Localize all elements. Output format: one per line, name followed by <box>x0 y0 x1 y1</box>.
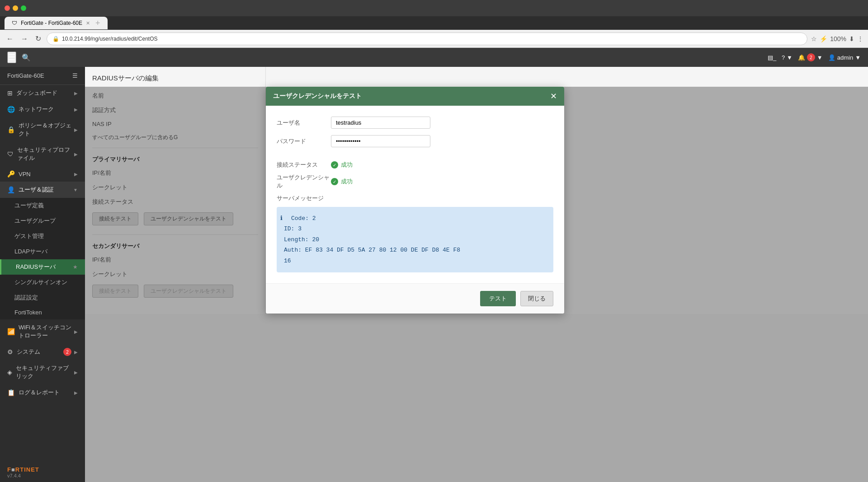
version-label: v7.4.4 <box>7 473 78 478</box>
username-input[interactable] <box>331 117 430 129</box>
user-auth-icon: 👤 <box>7 186 15 193</box>
security-fabric-icon: ◈ <box>7 369 12 376</box>
sidebar-item-ldap[interactable]: LDAPサーバ <box>0 244 85 259</box>
notification-badge: 2 <box>807 53 815 61</box>
more-icon[interactable]: ⋮ <box>857 35 863 42</box>
dialog-header: ユーザクレデンシャルをテスト ✕ <box>266 87 564 106</box>
sidebar-item-log-report[interactable]: 📋 ログ＆レポート ▶ <box>0 384 85 401</box>
dialog-credential-status-label: ユーザクレデンシャル <box>277 173 331 190</box>
sidebar-item-policy-label: ポリシー＆オブジェクト <box>19 122 74 138</box>
tab-title: FortiGate - FortiGate-60E <box>21 20 82 26</box>
sidebar-item-user-group[interactable]: ユーザグループ <box>0 213 85 229</box>
success-circle-icon: ✓ <box>331 178 338 185</box>
address-text: 10.0.214.99/ng/user/radius/edit/CentOS <box>62 36 157 42</box>
sidebar-item-security-profile[interactable]: 🛡 セキュリティプロファイル ▶ <box>0 142 85 166</box>
sidebar-item-dashboard[interactable]: ⊞ ダッシュボード ▶ <box>0 85 85 101</box>
connection-status-value: ✓ 成功 <box>331 161 353 169</box>
sidebar-item-log-report-label: ログ＆レポート <box>19 388 60 397</box>
minimize-dot[interactable] <box>13 5 18 11</box>
sidebar-item-radius[interactable]: RADIUSサーバ ★ <box>0 259 85 275</box>
sidebar-item-wifi[interactable]: 📶 WiFi＆スイッチコントローラー ▶ <box>0 319 85 344</box>
chevron-right-icon: ▶ <box>74 91 78 96</box>
back-button[interactable]: ← <box>5 33 15 45</box>
sidebar-item-policy[interactable]: 🔒 ポリシー＆オブジェクト ▶ <box>0 117 85 142</box>
sidebar-item-auth-settings[interactable]: 認証設定 <box>0 290 85 305</box>
browser-tab[interactable]: 🛡 FortiGate - FortiGate-60E ✕ + <box>5 17 108 29</box>
sidebar-sub-user-auth: ユーザ定義 ユーザグループ ゲスト管理 LDAPサーバ RADIUSサーバ ★ … <box>0 198 85 319</box>
admin-menu-button[interactable]: 👤 admin ▼ <box>828 54 861 61</box>
sidebar-item-vpn-label: VPN <box>19 171 31 178</box>
security-profile-icon: 🛡 <box>7 150 14 158</box>
system-badge: 2 <box>63 348 71 356</box>
sidebar-item-sso[interactable]: シングルサインオン <box>0 275 85 290</box>
success-circle-icon: ✓ <box>331 161 338 168</box>
chevron-right-icon: ▶ <box>74 172 78 177</box>
star-icon[interactable]: ★ <box>73 264 78 270</box>
new-tab-button[interactable]: + <box>95 19 100 28</box>
bookmark-icon[interactable]: ☆ <box>811 35 817 42</box>
dialog-label-username: ユーザ名 <box>277 119 331 127</box>
sidebar-item-security-fabric[interactable]: ◈ セキュリティファブリック ▶ <box>0 360 85 384</box>
sidebar-item-system[interactable]: ⚙ システム 2 ▶ <box>0 344 85 360</box>
dialog-close-button[interactable]: ✕ <box>550 92 557 100</box>
sidebar-item-fortitoken-label: FortiToken <box>14 309 42 316</box>
dialog-footer: テスト 閉じる <box>266 283 564 314</box>
sidebar-item-user-auth-label: ユーザ＆認証 <box>19 186 54 194</box>
password-input[interactable] <box>331 135 430 147</box>
dialog-status-row-server-msg: サーバメッセージ <box>277 194 553 202</box>
toolbar-icons: ☆ ⚡ 100% ⬇ ⋮ <box>811 35 863 42</box>
sidebar: FortiGate-60E ☰ ⊞ ダッシュボード ▶ 🌐 ネットワーク ▶ <box>0 67 85 482</box>
close-button[interactable]: 閉じる <box>520 291 553 306</box>
dialog-connection-status-label: 接続ステータス <box>277 161 331 169</box>
policy-icon: 🔒 <box>7 126 15 133</box>
sidebar-item-user-definition-label: ユーザ定義 <box>14 201 44 210</box>
fortinet-logo: F■RTINET v7.4.4 <box>0 463 85 482</box>
download-icon[interactable]: ⬇ <box>849 35 854 42</box>
dialog-row-password: パスワード <box>277 135 553 147</box>
sidebar-collapse-icon[interactable]: ☰ <box>72 72 78 79</box>
browser-toolbar: ← → ↻ 🔒 10.0.214.99/ng/user/radius/edit/… <box>0 30 868 48</box>
close-dot[interactable] <box>5 5 10 11</box>
sidebar-item-sso-label: シングルサインオン <box>14 278 67 286</box>
sidebar-item-fortitoken[interactable]: FortiToken <box>0 305 85 319</box>
chevron-down-icon: ▼ <box>73 187 78 192</box>
dialog-status-row-credential: ユーザクレデンシャル ✓ 成功 <box>277 173 553 190</box>
chevron-right-icon: ▶ <box>74 390 78 395</box>
credential-test-dialog: ユーザクレデンシャルをテスト ✕ ユーザ名 パスワード <box>266 87 564 314</box>
tab-close-button[interactable]: ✕ <box>86 20 90 26</box>
dialog-title: ユーザクレデンシャルをテスト <box>273 92 362 100</box>
extensions-icon[interactable]: ⚡ <box>820 35 827 42</box>
test-button[interactable]: テスト <box>480 291 516 306</box>
connection-status-text: 成功 <box>341 161 353 169</box>
notification-button[interactable]: 🔔 2 ▼ <box>798 53 823 61</box>
forward-button[interactable]: → <box>19 33 30 45</box>
server-message-text: Code: 2 ID: 3 Length: 20 Auth: EF 83 34 … <box>284 215 460 264</box>
sidebar-item-user-definition[interactable]: ユーザ定義 <box>0 198 85 213</box>
tab-favicon: 🛡 <box>12 20 17 26</box>
sidebar-item-guest-management[interactable]: ゲスト管理 <box>0 229 85 244</box>
top-navigation: ☰ 🔍 ▤_ ? ▼ 🔔 2 ▼ 👤 admin ▼ <box>0 48 868 67</box>
sidebar-item-radius-label: RADIUSサーバ <box>16 263 56 271</box>
maximize-dot[interactable] <box>21 5 26 11</box>
credential-status-value: ✓ 成功 <box>331 178 353 186</box>
address-bar[interactable]: 🔒 10.0.214.99/ng/user/radius/edit/CentOS <box>47 33 807 45</box>
dialog-label-password: パスワード <box>277 137 331 145</box>
hamburger-menu[interactable]: ☰ <box>7 51 16 63</box>
log-icon: 📋 <box>7 389 15 396</box>
chevron-right-icon: ▶ <box>74 329 78 334</box>
tab-bar: 🛡 FortiGate - FortiGate-60E ✕ + <box>0 16 868 30</box>
top-nav-right: ▤_ ? ▼ 🔔 2 ▼ 👤 admin ▼ <box>768 53 861 61</box>
reload-button[interactable]: ↻ <box>33 33 43 45</box>
chevron-right-icon: ▶ <box>74 350 78 355</box>
search-button[interactable]: 🔍 <box>22 53 31 62</box>
logo-text: FortiGate-60E <box>7 72 44 79</box>
help-button[interactable]: ? ▼ <box>782 54 793 61</box>
sidebar-item-vpn[interactable]: 🔑 VPN ▶ <box>0 166 85 182</box>
wifi-icon: 📶 <box>7 328 15 335</box>
sidebar-item-user-auth[interactable]: 👤 ユーザ＆認証 ▼ <box>0 182 85 198</box>
dialog-overlay: ユーザクレデンシャルをテスト ✕ ユーザ名 パスワード <box>85 87 868 482</box>
cli-button[interactable]: ▤_ <box>768 54 776 61</box>
system-icon: ⚙ <box>7 348 13 356</box>
sidebar-item-network[interactable]: 🌐 ネットワーク ▶ <box>0 101 85 117</box>
chevron-right-icon: ▶ <box>74 127 78 132</box>
